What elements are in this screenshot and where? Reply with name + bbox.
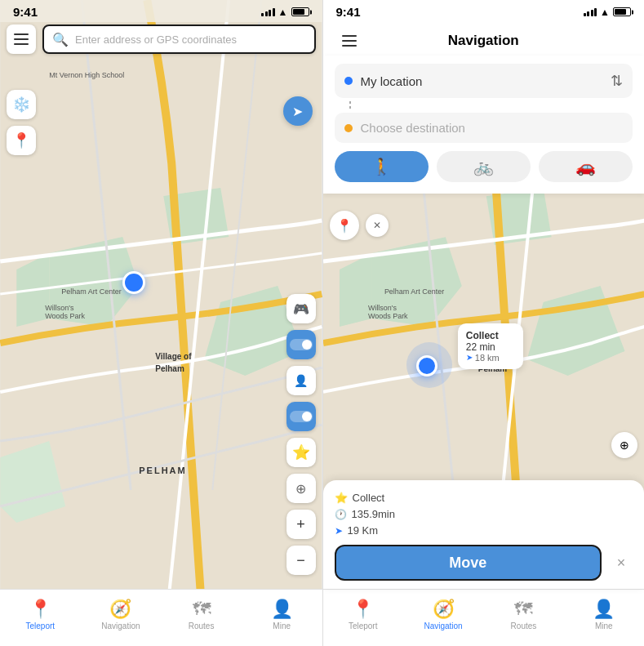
toggle-on-icon-2 <box>290 411 313 422</box>
map-pin-button[interactable]: 📍 <box>330 211 359 240</box>
right-menu-icon <box>342 35 357 37</box>
right-nav-teleport-label: Teleport <box>349 621 378 630</box>
clock-icon: 🕐 <box>335 509 347 520</box>
right-signal-icon <box>584 8 597 16</box>
snowflake-button[interactable]: ❄️ <box>7 90 36 119</box>
crosshair-icon: ⊕ <box>295 481 306 497</box>
zoom-out-button[interactable]: − <box>286 546 316 575</box>
right-nav-mine-label: Mine <box>595 621 613 630</box>
nav-mine-label: Mine <box>273 621 291 630</box>
nav-teleport[interactable]: 📍 Teleport <box>0 599 81 630</box>
toggle-button-1[interactable] <box>286 330 316 359</box>
svg-text:PELHAM: PELHAM <box>139 466 186 475</box>
right-nav-navigation-label: Navigation <box>424 621 462 630</box>
destination-row[interactable]: Choose destination <box>335 113 633 143</box>
right-nav-routes-label: Routes <box>511 621 537 630</box>
right-status-icons: ▲ <box>584 7 631 18</box>
right-nav-navigation[interactable]: 🧭 Navigation <box>403 599 483 630</box>
toggle-button-2[interactable] <box>286 402 316 431</box>
move-button[interactable]: Move <box>335 545 602 581</box>
routes-icon: 🗺 <box>193 599 211 620</box>
svg-point-18 <box>302 412 312 421</box>
collect-distance: ➤ 18 km <box>466 353 515 363</box>
bottom-navigation: 📍 Teleport 🧭 Navigation 🗺 Routes 👤 Mine <box>0 589 322 646</box>
card-collect-label: Collect <box>353 492 385 504</box>
svg-point-16 <box>302 340 312 350</box>
right-nav-mine[interactable]: 👤 Mine <box>564 599 644 630</box>
map-pin-controls: 📍 ✕ <box>330 211 389 240</box>
svg-text:Pelham Art Center: Pelham Art Center <box>61 287 122 296</box>
search-input[interactable]: Enter address or GPS coordinates <box>75 33 237 46</box>
star-icon: ⭐ <box>292 443 310 461</box>
card-info: ⭐ Collect 🕐 135.9min ➤ 19 Km <box>335 492 633 537</box>
card-collect-row: ⭐ Collect <box>335 492 633 504</box>
car-mode-button[interactable]: 🚗 <box>539 151 633 182</box>
card-time-text: 135.9min <box>352 508 395 520</box>
navigation-overlay: My location ⇅ Choose destination 🚶 🚲 🚗 <box>323 56 645 194</box>
navigate-arrow-button[interactable]: ➤ <box>283 96 313 126</box>
route-connector <box>349 101 351 109</box>
page-title: Navigation <box>372 33 596 49</box>
battery-icon <box>291 7 309 16</box>
right-routes-icon: 🗺 <box>514 599 532 620</box>
close-card-button[interactable]: × <box>610 551 633 574</box>
svg-text:Pelham Art Center: Pelham Art Center <box>384 287 443 296</box>
right-nav-teleport[interactable]: 📍 Teleport <box>323 599 403 630</box>
card-action-row: Move × <box>335 545 633 581</box>
search-box[interactable]: 🔍 Enter address or GPS coordinates <box>42 25 316 54</box>
nav-navigation-label: Navigation <box>101 621 140 630</box>
crosshair-button[interactable]: ⊕ <box>286 474 316 503</box>
bike-mode-button[interactable]: 🚲 <box>437 151 531 182</box>
menu-icon <box>14 43 29 45</box>
right-phone-panel: Pelham Art Center Willson's Woods Park V… <box>322 0 645 646</box>
person-button[interactable]: 👤 <box>286 366 316 395</box>
collect-map-card: Collect 22 min ➤ 18 km <box>458 323 523 369</box>
right-nav-routes[interactable]: 🗺 Routes <box>483 599 563 630</box>
teleport-icon: 📍 <box>29 599 51 620</box>
my-location-row[interactable]: My location ⇅ <box>335 64 633 98</box>
toggle-on-icon <box>290 339 313 350</box>
star-button[interactable]: ⭐ <box>286 438 316 467</box>
person-icon: 👤 <box>294 374 308 387</box>
right-navigation-icon: 🧭 <box>433 599 455 620</box>
top-bar: 🔍 Enter address or GPS coordinates <box>0 21 322 57</box>
right-battery-icon <box>613 7 631 16</box>
nav-teleport-label: Teleport <box>26 621 56 630</box>
status-bar: 9:41 ▲ <box>0 0 322 22</box>
left-phone-panel: Pelham Art Center Willson's Woods Park V… <box>0 0 322 646</box>
compass-button[interactable]: ⊕ <box>611 432 637 458</box>
nav-navigation[interactable]: 🧭 Navigation <box>81 599 162 630</box>
collect-title: Collect <box>466 330 515 341</box>
right-map-controls: 🎮 👤 ⭐ ⊕ + − <box>286 294 316 575</box>
zoom-in-button[interactable]: + <box>286 510 316 539</box>
plus-icon: + <box>296 516 305 533</box>
nav-routes[interactable]: 🗺 Routes <box>161 599 242 630</box>
search-icon: 🔍 <box>52 32 69 47</box>
close-pin-button[interactable]: ✕ <box>366 214 389 237</box>
right-teleport-icon: 📍 <box>352 599 374 620</box>
svg-text:Woods Park: Woods Park <box>45 312 85 320</box>
svg-text:Village of: Village of <box>155 352 192 361</box>
location-pin-button[interactable]: 📍 <box>7 126 36 155</box>
right-status-time: 9:41 <box>336 5 361 19</box>
menu-button[interactable] <box>7 25 36 54</box>
direction-arrow-icon: ➤ <box>466 353 473 362</box>
right-menu-button[interactable] <box>335 26 364 56</box>
menu-icon <box>14 33 29 35</box>
right-menu-icon <box>342 40 357 42</box>
arrow-icon: ➤ <box>292 104 303 119</box>
bottom-action-card: ⭐ Collect 🕐 135.9min ➤ 19 Km Move × <box>323 480 645 589</box>
signal-icon <box>261 8 275 16</box>
swap-button[interactable]: ⇅ <box>611 72 623 90</box>
nav-mine[interactable]: 👤 Mine <box>242 599 322 630</box>
svg-text:Willson's: Willson's <box>45 304 74 312</box>
wifi-icon: ▲ <box>278 7 288 18</box>
navigation-icon: 🧭 <box>109 599 131 620</box>
collect-time: 22 min <box>466 341 515 353</box>
current-location-dot <box>122 271 145 294</box>
walk-mode-button[interactable]: 🚶 <box>335 151 429 182</box>
status-icons: ▲ <box>261 7 309 18</box>
gamepad-button[interactable]: 🎮 <box>286 294 316 323</box>
right-status-bar: 9:41 ▲ <box>323 0 645 22</box>
compass-icon: ⊕ <box>620 439 629 452</box>
